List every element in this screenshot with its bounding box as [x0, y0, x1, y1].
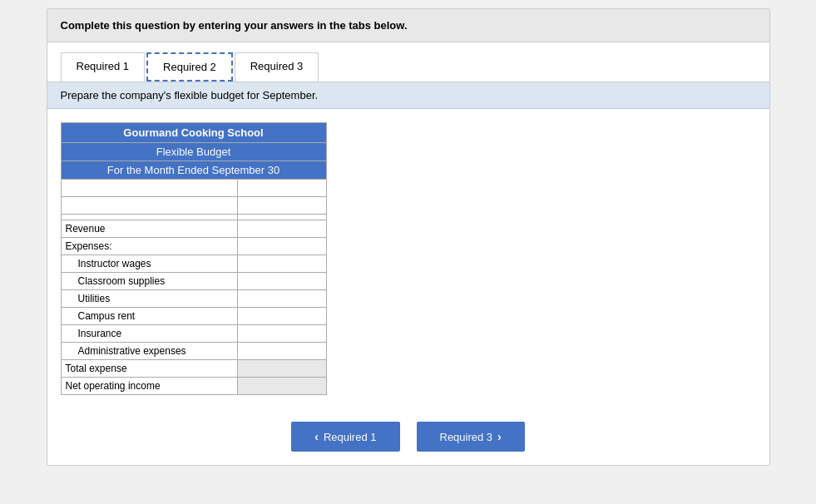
tab-required-3[interactable]: Required 3 [235, 52, 319, 82]
footer-buttons: ‹ Required 1 Required 3 › [47, 408, 769, 465]
tab-required-2[interactable]: Required 2 [146, 52, 233, 82]
net-operating-income-value [238, 378, 326, 395]
main-container: Complete this question by entering your … [47, 8, 770, 466]
table-row-instructor-wages: Instructor wages [61, 255, 326, 273]
instructor-wages-input[interactable] [242, 258, 321, 269]
table-row-classroom-supplies: Classroom supplies [61, 273, 326, 290]
campus-rent-value-cell [238, 308, 326, 325]
instructor-wages-label: Instructor wages [61, 255, 238, 273]
table-title-2: Flexible Budget [61, 143, 326, 161]
admin-expenses-label: Administrative expenses [61, 343, 238, 360]
utilities-label: Utilities [61, 290, 238, 308]
table-title-row-2: Flexible Budget [61, 143, 326, 161]
empty-label-cell [61, 215, 238, 220]
instructor-wages-value-cell [238, 255, 326, 273]
total-expense-value [238, 360, 326, 378]
classroom-supplies-label: Classroom supplies [61, 273, 238, 290]
next-button[interactable]: Required 3 › [417, 422, 525, 452]
tabs-area: Required 1 Required 2 Required 3 [47, 42, 769, 82]
table-row-expenses-label: Expenses: [61, 238, 326, 255]
table-row-net-operating-income: Net operating income [61, 378, 326, 395]
insurance-value-cell [238, 325, 326, 343]
insurance-input[interactable] [242, 328, 321, 339]
revenue-input[interactable] [242, 223, 321, 235]
instruction-text: Complete this question by entering your … [61, 19, 408, 32]
instruction-bar: Complete this question by entering your … [47, 9, 769, 42]
utilities-value-cell [238, 290, 326, 308]
prev-chevron-icon: ‹ [314, 430, 319, 443]
input-label-cell-2 [61, 197, 238, 215]
campus-rent-label: Campus rent [61, 308, 238, 325]
input-value-cell-2 [238, 197, 326, 215]
table-title-row-1: Gourmand Cooking School [61, 123, 326, 143]
budget-table: Gourmand Cooking School Flexible Budget … [61, 122, 327, 395]
empty-value-cell [238, 215, 326, 220]
revenue-value-cell [238, 220, 326, 238]
input-label-2[interactable] [66, 200, 234, 211]
admin-expenses-input[interactable] [242, 345, 321, 357]
classroom-supplies-input[interactable] [242, 275, 321, 287]
table-row-insurance: Insurance [61, 325, 326, 343]
admin-expenses-value-cell [238, 343, 326, 360]
sub-instruction: Prepare the company's flexible budget fo… [47, 82, 769, 109]
next-chevron-icon: › [497, 430, 502, 443]
input-value-cell-1 [238, 180, 326, 197]
table-row-revenue: Revenue [61, 220, 326, 238]
next-button-label: Required 3 [440, 431, 493, 443]
input-label-cell-1 [61, 180, 238, 197]
table-row-utilities: Utilities [61, 290, 326, 308]
input-label-1[interactable] [66, 182, 234, 194]
table-row-admin-expenses: Administrative expenses [61, 343, 326, 360]
table-row-empty [61, 215, 326, 220]
table-title-row-3: For the Month Ended September 30 [61, 161, 326, 180]
table-title-3: For the Month Ended September 30 [61, 161, 326, 180]
expenses-label: Expenses: [61, 238, 238, 255]
utilities-input[interactable] [242, 293, 321, 304]
input-value-2[interactable] [242, 200, 321, 211]
campus-rent-input[interactable] [242, 310, 321, 322]
table-row [61, 197, 326, 215]
input-value-1[interactable] [242, 182, 321, 194]
prev-button-label: Required 1 [324, 431, 377, 443]
table-row-campus-rent: Campus rent [61, 308, 326, 325]
table-row-total-expense: Total expense [61, 360, 326, 378]
revenue-label: Revenue [61, 220, 238, 238]
prev-button[interactable]: ‹ Required 1 [291, 422, 399, 452]
net-operating-income-label: Net operating income [61, 378, 238, 395]
tab-required-1[interactable]: Required 1 [61, 52, 146, 82]
content-area: Gourmand Cooking School Flexible Budget … [47, 109, 769, 408]
classroom-supplies-value-cell [238, 273, 326, 290]
budget-table-wrapper: Gourmand Cooking School Flexible Budget … [61, 122, 327, 395]
table-title-1: Gourmand Cooking School [61, 123, 326, 143]
total-expense-label: Total expense [61, 360, 238, 378]
table-row [61, 180, 326, 197]
insurance-label: Insurance [61, 325, 238, 343]
expenses-value [238, 238, 326, 255]
